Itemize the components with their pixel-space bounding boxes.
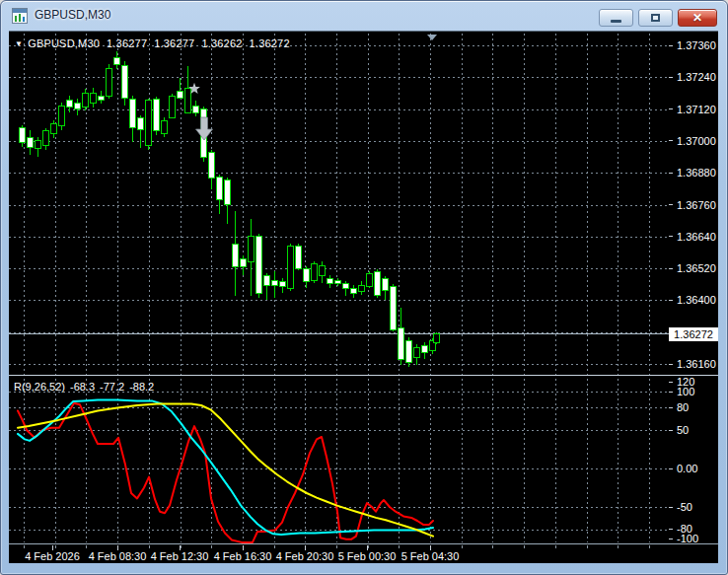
title-bar[interactable]: GBPUSD,M30 ✕ <box>1 1 727 31</box>
bear-candle-body <box>383 278 389 290</box>
price-axis-label: 1.36160 <box>677 358 716 370</box>
bull-candle-body <box>51 123 57 133</box>
bull-candle-body <box>359 285 365 291</box>
price-axis-label: 1.36760 <box>677 199 716 211</box>
bull-candle-body <box>170 96 176 117</box>
bear-candle-body <box>328 278 333 283</box>
time-axis-label: 4 Feb 16:30 <box>214 550 272 562</box>
chart-client-area: 1.373601.372401.371201.370001.368801.367… <box>9 31 718 563</box>
bear-candle-body <box>130 99 136 127</box>
bull-candle-body <box>107 69 112 96</box>
price-axis-label: 1.37120 <box>677 104 716 115</box>
bear-candle-body <box>154 99 160 130</box>
bull-candle-body <box>288 246 294 288</box>
time-axis[interactable]: 4 Feb 20264 Feb 08:304 Feb 12:304 Feb 16… <box>25 545 650 562</box>
bear-candle-body <box>138 117 144 129</box>
time-axis-label: 5 Feb 04:30 <box>401 550 460 562</box>
minimize-icon <box>611 20 621 23</box>
chart-window-icon <box>12 8 28 24</box>
bull-candle-body <box>162 120 168 133</box>
time-axis-label: 4 Feb 08:30 <box>89 550 147 562</box>
bull-candle-body <box>146 101 152 145</box>
bull-candle-body <box>185 88 191 112</box>
bull-candle-body <box>320 265 326 275</box>
candlestick-series <box>20 51 440 368</box>
bear-candle-body <box>225 180 231 204</box>
bear-candle-body <box>233 244 239 266</box>
bear-candle-body <box>343 283 349 288</box>
price-axis-label: 1.37240 <box>677 71 716 83</box>
bear-candle-body <box>264 275 270 285</box>
bear-candle-body <box>272 280 278 285</box>
price-axis-label: 1.37360 <box>677 39 716 51</box>
bear-candle-body <box>422 345 428 352</box>
indicator-axis-label: 0.00 <box>677 463 697 474</box>
bull-candle-body <box>59 106 65 125</box>
bear-candle-body <box>241 258 247 266</box>
chart-shift-marker <box>427 35 437 40</box>
bear-candle-body <box>296 246 302 268</box>
bear-candle-body <box>122 66 128 98</box>
bear-candle-body <box>178 91 183 98</box>
close-icon: ✕ <box>692 12 702 24</box>
price-axis-label: 1.37000 <box>677 135 716 147</box>
time-axis-label: 5 Feb 00:30 <box>338 550 397 562</box>
price-axis-label: 1.36880 <box>677 167 716 179</box>
bear-candle-body <box>256 236 262 293</box>
bull-candle-body <box>43 130 49 145</box>
bull-candle-body <box>367 273 373 286</box>
bear-candle-body <box>28 137 34 147</box>
bear-candle-body <box>75 103 81 108</box>
price-axis[interactable]: 1.373601.372401.371201.370001.368801.367… <box>669 39 716 370</box>
indicator-axis-label: -100 <box>677 533 698 544</box>
bear-candle-body <box>304 268 310 281</box>
bear-candle-body <box>280 281 286 286</box>
indicator-line-r-period-52 <box>18 404 433 537</box>
bull-candle-body <box>36 140 41 148</box>
time-axis-label: 4 Feb 20:30 <box>276 550 334 562</box>
bull-candle-body <box>434 334 440 343</box>
close-button[interactable]: ✕ <box>678 9 717 27</box>
restore-icon <box>651 14 660 22</box>
bull-candle-body <box>83 94 89 108</box>
indicator-axis-label: 80 <box>677 401 689 413</box>
bear-candle-body <box>391 286 397 329</box>
bear-candle-body <box>114 58 120 64</box>
time-axis-label: 4 Feb 12:30 <box>151 550 209 562</box>
grid-lines <box>9 34 669 542</box>
indicator-line-r-period-26 <box>18 400 433 535</box>
down-arrow-icon <box>196 117 213 140</box>
restore-button[interactable] <box>638 9 673 27</box>
bull-candle-body <box>91 93 97 103</box>
bear-candle-body <box>209 152 215 178</box>
indicator-axis-label: 100 <box>677 386 694 397</box>
time-axis-label: 4 Feb 2026 <box>25 550 80 562</box>
bear-candle-body <box>399 327 404 359</box>
bear-candle-body <box>375 271 381 295</box>
bear-candle-body <box>406 340 412 362</box>
price-axis-label: 1.36520 <box>677 262 716 274</box>
bear-candle-body <box>67 101 73 108</box>
bear-candle-body <box>217 177 223 199</box>
indicator-axis-label: -50 <box>677 501 692 513</box>
price-axis-label: 1.36400 <box>677 294 716 306</box>
minimize-button[interactable] <box>599 9 633 27</box>
bull-candle-body <box>312 263 318 280</box>
bear-candle-body <box>99 96 105 101</box>
chart-window: GBPUSD,M30 ✕ 1.373601.372401.371201.3700… <box>0 0 728 575</box>
chart-canvas[interactable]: 1.373601.372401.371201.370001.368801.367… <box>9 32 718 564</box>
bear-candle-body <box>193 106 199 112</box>
window-title: GBPUSD,M30 <box>35 8 110 22</box>
bull-candle-body <box>249 236 255 261</box>
price-axis-label: 1.36640 <box>677 231 716 243</box>
bear-candle-body <box>351 288 357 293</box>
bear-candle-body <box>335 280 341 283</box>
bear-candle-body <box>20 128 26 142</box>
indicator-axis-label: 50 <box>677 424 689 436</box>
indicator-axis[interactable]: 12010080500.00-50-80-100 <box>669 376 698 544</box>
bull-candle-body <box>414 347 420 357</box>
